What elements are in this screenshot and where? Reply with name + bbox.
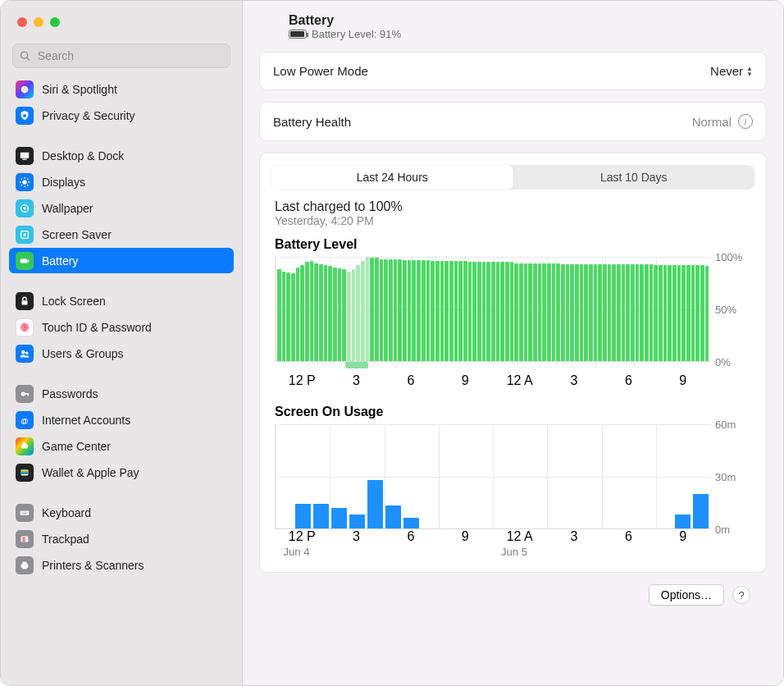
battery-health-label: Battery Health [273,115,351,129]
usage-bar [295,504,311,528]
sidebar-item-trackpad[interactable]: Trackpad [9,526,234,551]
sidebar-list: Siri & SpotlightPrivacy & SecurityDeskto… [1,76,242,685]
battery-bar [556,263,560,361]
battery-bar [681,265,686,361]
battery-health-card: Battery Health Normal i [259,102,767,141]
usage-chart-xaxis: 12 P36912 A369 [275,529,710,544]
battery-bar [408,260,412,361]
segment-24h[interactable]: Last 24 Hours [271,165,513,190]
sidebar-item-wallpaper[interactable]: Wallpaper [9,195,234,221]
search-input[interactable] [36,48,223,63]
low-power-popup[interactable]: Never ▲▼ [710,64,753,78]
battery-bar [705,266,709,361]
privacy-icon [16,107,34,125]
battery-bar [440,261,444,361]
svg-point-16 [23,233,26,236]
sidebar-item-label: Screen Saver [42,228,112,241]
segment-10d[interactable]: Last 10 Days [513,165,755,190]
battery-bar [617,264,621,361]
sidebar-item-battery[interactable]: Battery [9,248,234,273]
battery-chart-xaxis: 12 P36912 A369 [275,373,710,388]
sidebar-item-displays[interactable]: Displays [9,169,234,194]
users-icon [16,345,34,363]
sidebar-item-label: Users & Groups [42,347,124,360]
battery-bar [500,262,504,361]
battery-bar [375,258,379,361]
sidebar-item-wallet[interactable]: Wallet & Apple Pay [9,460,234,485]
sidebar-item-screensaver[interactable]: Screen Saver [9,222,234,247]
battery-level-chart [275,257,710,362]
svg-rect-48 [22,566,26,569]
battery-bar [686,265,691,361]
sidebar-item-label: Passwords [42,387,98,400]
nav-buttons [259,19,274,34]
svg-rect-17 [21,258,28,263]
xtick: 3 [353,373,360,388]
sidebar-item-lockscreen[interactable]: Lock Screen [9,288,234,313]
gamecenter-icon [16,437,34,455]
svg-rect-34 [21,471,29,473]
last-charged-title: Last charged to 100% [275,199,751,214]
battery-bar [449,261,454,361]
close-window-button[interactable] [17,17,27,27]
svg-rect-41 [27,511,28,512]
charging-indicator [345,362,369,368]
battery-bar [603,264,607,361]
sidebar-item-internet[interactable]: @Internet Accounts [9,407,234,432]
sidebar-item-gamecenter[interactable]: Game Center [9,433,234,459]
battery-bar [622,264,626,361]
sidebar-item-users[interactable]: Users & Groups [9,341,234,366]
battery-bar [650,264,654,361]
sidebar-item-label: Battery [42,254,78,268]
sidebar-item-touchid[interactable]: Touch ID & Password [9,314,234,340]
options-button[interactable]: Options… [649,584,724,606]
sidebar-item-keyboard[interactable]: Keyboard [9,500,234,525]
wallpaper-icon [16,199,34,217]
window-controls [1,1,242,43]
sidebar-item-label: Printers & Scanners [42,559,144,572]
battery-bar [356,265,360,361]
svg-rect-33 [21,469,29,471]
help-button[interactable]: ? [732,586,750,604]
search-field[interactable] [12,43,230,68]
battery-bar [477,262,481,361]
battery-bar [482,262,486,361]
battery-bar [310,261,314,361]
svg-point-0 [21,85,29,93]
sidebar-item-privacy[interactable]: Privacy & Security [9,103,234,128]
battery-bar [403,260,407,361]
minimize-window-button[interactable] [34,17,43,27]
battery-bar [328,266,332,361]
battery-bar [384,259,388,361]
svg-rect-35 [21,473,29,474]
sidebar-item-label: Siri & Spotlight [42,83,117,96]
sidebar-item-label: Trackpad [42,533,89,546]
battery-bar [672,265,677,361]
sidebar-item-printers[interactable]: Printers & Scanners [9,552,234,578]
battery-bar [542,263,546,361]
svg-point-23 [21,350,25,354]
svg-point-45 [24,537,25,538]
xtick: 12 A [507,373,533,388]
sidebar-item-siri[interactable]: Siri & Spotlight [9,76,234,102]
fullscreen-window-button[interactable] [50,17,60,27]
battery-bar [324,265,328,361]
touchid-icon [16,318,34,336]
battery-bar [496,262,500,361]
sidebar-item-passwords[interactable]: Passwords [9,381,234,406]
sidebar-item-label: Internet Accounts [42,414,130,427]
svg-point-4 [22,180,26,184]
usage-bar [349,514,365,528]
battery-bar [598,264,602,361]
battery-bar [552,263,556,361]
svg-rect-19 [22,300,28,304]
battery-bar [570,264,574,361]
low-power-label: Low Power Mode [273,64,368,78]
info-icon[interactable]: i [738,114,753,129]
sidebar-item-label: Lock Screen [42,295,106,308]
battery-bar [426,260,431,361]
svg-line-9 [21,178,22,179]
low-power-value: Never [710,64,743,78]
sidebar-item-label: Touch ID & Password [42,321,152,334]
sidebar-item-desktop[interactable]: Desktop & Dock [9,143,234,168]
